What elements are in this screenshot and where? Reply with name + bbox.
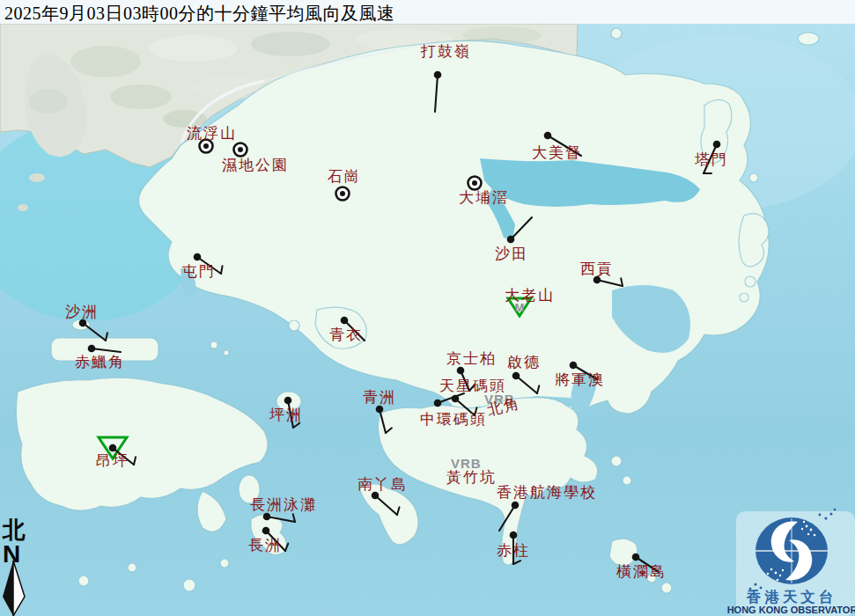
station-label: 赤柱 (497, 542, 530, 559)
station-label: 濕地公園 (222, 157, 289, 173)
station-dot (376, 406, 384, 414)
station-label: 青衣 (329, 326, 363, 343)
station-label: 香港航海學校 (497, 484, 597, 501)
hong-kong-map: 打鼓嶺流浮山濕地公園石崗大美督塔門大埔滘沙田西貢屯門M大老山沙洲赤鱲角青衣京士柏… (0, 0, 855, 616)
station-dot (109, 444, 117, 452)
station-label: 京士柏 (446, 350, 497, 367)
station-label: 大埔滘 (459, 189, 509, 206)
station-label: 石崗 (328, 168, 361, 185)
station-dot (194, 253, 202, 261)
station-dot (341, 317, 349, 325)
station-dot (507, 236, 515, 244)
station-label: 青洲 (363, 389, 396, 406)
station-label: 橫瀾島 (616, 563, 667, 580)
po-toi-group (609, 539, 638, 566)
station-dot (284, 397, 292, 405)
station-dot (510, 532, 518, 539)
station-label: 南丫島 (357, 476, 408, 493)
station-label: 將軍澳 (555, 371, 605, 388)
station-label: 西貢 (580, 260, 614, 277)
compass-letter: N (3, 540, 20, 568)
station-dot (512, 502, 520, 510)
station-dot (512, 372, 520, 380)
hko-logo: 香港天文台 HONG KONG OBSERVATORY (727, 509, 855, 616)
station-dot (570, 362, 578, 370)
station-label: 黃竹坑 (446, 469, 497, 486)
station-dot (632, 554, 640, 561)
station-dot (713, 141, 721, 149)
station-label: 大美督 (532, 144, 582, 161)
station-label: 昂坪 (96, 452, 129, 469)
station-label: 赤鱲角 (75, 354, 125, 370)
station-label: 打鼓嶺 (420, 43, 471, 60)
station-label: 長洲 (248, 537, 282, 554)
map-title: 2025年9月03日03時00分的十分鐘平均風向及風速 (0, 0, 855, 24)
station-label: 長洲泳灘 (250, 496, 317, 513)
station-dot (88, 345, 96, 353)
calm-symbol-center (238, 147, 243, 152)
station-label: 沙洲 (65, 304, 99, 320)
station-label: 中環碼頭 (420, 411, 487, 428)
station-label: 流浮山 (187, 125, 237, 142)
station-dot (262, 527, 270, 535)
calm-symbol-center (203, 143, 209, 149)
station-dot (544, 132, 552, 140)
hko-logo-english: HONG KONG OBSERVATORY (727, 605, 855, 615)
station-label: 沙田 (495, 246, 528, 262)
calm-symbol-center (340, 191, 345, 196)
station-label: 屯門 (182, 263, 216, 280)
station-dot (457, 367, 465, 375)
compass-hanzi: 北 (2, 517, 26, 543)
wind-map-frame: 打鼓嶺流浮山濕地公園石崗大美督塔門大埔滘沙田西貢屯門M大老山沙洲赤鱲角青衣京士柏… (0, 0, 855, 616)
calm-symbol-center (472, 180, 477, 186)
station-label: 大老山 (505, 287, 555, 304)
hko-logo-chinese: 香港天文台 (746, 589, 837, 605)
station-dot (434, 71, 442, 79)
station-label: 塔門 (694, 151, 728, 168)
station-dot (434, 400, 442, 407)
station-label: 坪洲 (269, 407, 303, 423)
station-label: 啟德 (507, 354, 541, 370)
station-dot (263, 513, 271, 521)
